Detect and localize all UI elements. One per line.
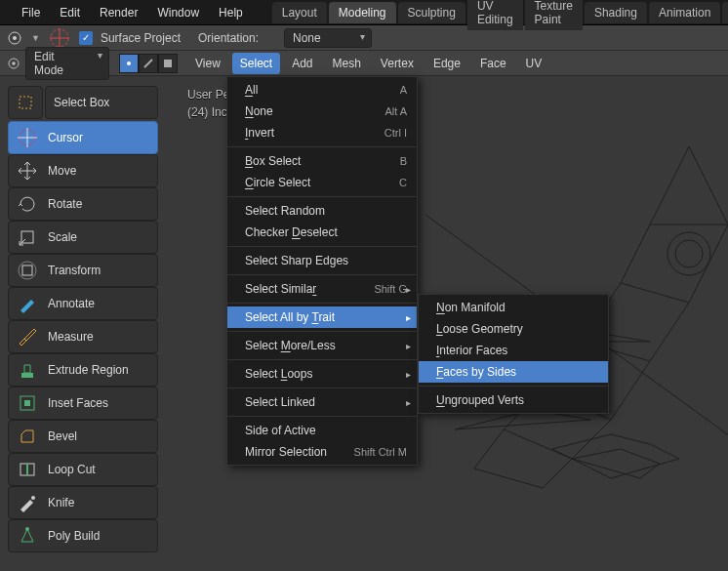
- menu-window[interactable]: Window: [147, 0, 209, 25]
- menu-item-label: Interior Faces: [436, 344, 507, 357]
- tool-measure[interactable]: Measure: [8, 320, 158, 353]
- menu-item-mirror-selection[interactable]: Mirror SelectionShift Ctrl M: [227, 441, 417, 463]
- menu-item-label: Non Manifold: [436, 301, 506, 314]
- menu-separator: [227, 274, 417, 275]
- menu-separator: [227, 196, 417, 197]
- menu-item-select-linked[interactable]: Select Linked: [227, 391, 417, 413]
- tool-label: Extrude Region: [48, 363, 129, 377]
- mode-dropdown[interactable]: Edit Mode: [25, 47, 109, 80]
- tab-animation[interactable]: Animation: [649, 2, 720, 23]
- menu-item-faces-by-sides[interactable]: Faces by Sides: [419, 361, 608, 383]
- header-menu-vertex[interactable]: Vertex: [373, 53, 422, 74]
- menu-item-select-loops[interactable]: Select Loops: [227, 363, 417, 385]
- menu-item-select-random[interactable]: Select Random: [227, 200, 417, 222]
- tab-rendering-cut[interactable]: Re: [722, 2, 728, 23]
- tab-layout[interactable]: Layout: [272, 2, 327, 23]
- menu-item-circle-select[interactable]: Circle SelectC: [227, 172, 417, 193]
- menu-item-none[interactable]: NoneAlt A: [227, 101, 417, 122]
- header-menu-mesh[interactable]: Mesh: [325, 53, 369, 74]
- svg-point-0: [667, 232, 710, 275]
- svg-point-25: [19, 262, 36, 279]
- menu-item-select-sharp-edges[interactable]: Select Sharp Edges: [227, 250, 417, 271]
- menu-item-invert[interactable]: InvertCtrl I: [227, 122, 417, 143]
- svg-point-31: [31, 496, 35, 500]
- svg-rect-15: [164, 60, 172, 67]
- menu-render[interactable]: Render: [90, 0, 147, 25]
- header-menu-edge[interactable]: Edge: [425, 53, 468, 74]
- orientation-dropdown[interactable]: None: [284, 28, 372, 48]
- tool-inset-faces[interactable]: Inset Faces: [8, 387, 158, 420]
- tool-annotate[interactable]: Annotate: [8, 287, 158, 320]
- menu-item-loose-geometry[interactable]: Loose Geometry: [419, 318, 608, 340]
- tool-extrude-region[interactable]: Extrude Region: [8, 353, 158, 387]
- dropdown-caret-icon[interactable]: ▼: [31, 33, 40, 43]
- menu-file[interactable]: File: [12, 0, 50, 25]
- menu-item-label: Select Sharp Edges: [245, 254, 348, 267]
- menu-help[interactable]: Help: [209, 0, 253, 25]
- tab-uv-editing[interactable]: UV Editing: [467, 0, 523, 30]
- tab-sculpting[interactable]: Sculpting: [398, 2, 465, 23]
- menu-edit[interactable]: Edit: [50, 0, 90, 25]
- roll-gizmo-icon[interactable]: [48, 26, 71, 50]
- menu-item-select-all-by-trait[interactable]: Select All by Trait: [227, 306, 417, 328]
- menu-item-label: Select All by Trait: [245, 310, 335, 324]
- rotate-icon: [17, 193, 38, 215]
- tool-scale[interactable]: Scale: [8, 221, 158, 254]
- header-menu-view[interactable]: View: [187, 53, 228, 74]
- menu-shortcut: Shift G: [374, 283, 407, 295]
- tab-texture-paint[interactable]: Texture Paint: [525, 0, 583, 30]
- tool-cursor[interactable]: Cursor: [8, 121, 158, 154]
- menu-item-non-manifold[interactable]: Non Manifold: [419, 297, 608, 318]
- header-menu-add[interactable]: Add: [284, 53, 320, 74]
- menu-separator: [227, 387, 417, 388]
- menu-item-label: Select Similar: [245, 282, 316, 296]
- menu-shortcut: B: [400, 155, 407, 167]
- surface-project-checkbox[interactable]: ✓: [79, 31, 93, 45]
- left-toolbar: Select Box CursorMoveRotateScaleTransfor…: [8, 86, 158, 552]
- tool-bevel[interactable]: Bevel: [8, 420, 158, 453]
- tool-transform[interactable]: Transform: [8, 254, 158, 287]
- menu-item-label: Circle Select: [245, 176, 310, 189]
- face-select-mode[interactable]: [158, 54, 178, 73]
- header-menu-uv[interactable]: UV: [518, 53, 550, 74]
- tool-knife[interactable]: Knife: [8, 486, 158, 519]
- header-menu-select[interactable]: Select: [232, 53, 280, 74]
- knife-icon: [17, 492, 38, 513]
- workspace-tabs: Layout Modeling Sculpting UV Editing Tex…: [272, 0, 728, 30]
- tool-loop-cut[interactable]: Loop Cut: [8, 453, 158, 486]
- menu-separator: [227, 331, 417, 332]
- tool-label: Move: [48, 164, 76, 178]
- header-menu-face[interactable]: Face: [472, 53, 514, 74]
- bevel-icon: [17, 426, 38, 447]
- tool-label: Poly Build: [48, 529, 100, 543]
- menu-item-label: Box Select: [245, 154, 301, 168]
- select-box-tool[interactable]: Select Box: [45, 86, 158, 119]
- tool-label: Inset Faces: [48, 396, 108, 410]
- menu-item-select-more-less[interactable]: Select More/Less: [227, 335, 417, 356]
- svg-rect-24: [22, 265, 32, 275]
- tool-poly-build[interactable]: Poly Build: [8, 519, 158, 552]
- tool-move[interactable]: Move: [8, 154, 158, 187]
- vertex-select-mode[interactable]: [119, 54, 139, 73]
- inset-icon: [17, 392, 38, 414]
- tool-label: Transform: [48, 264, 101, 277]
- editor-type-icon[interactable]: [6, 56, 21, 71]
- tab-shading[interactable]: Shading: [585, 2, 647, 23]
- svg-line-23: [20, 239, 25, 245]
- menu-item-select-similar[interactable]: Select SimilarShift G: [227, 278, 417, 300]
- menu-item-ungrouped-verts[interactable]: Ungrouped Verts: [419, 389, 608, 411]
- edge-select-mode[interactable]: [139, 54, 158, 73]
- menu-item-box-select[interactable]: Box SelectB: [227, 150, 417, 172]
- menu-shortcut: C: [399, 177, 407, 188]
- menu-item-interior-faces[interactable]: Interior Faces: [419, 340, 608, 361]
- menu-item-side-of-active[interactable]: Side of Active: [227, 420, 417, 441]
- menu-separator: [419, 386, 608, 387]
- select-box-tool-icon[interactable]: [8, 86, 43, 119]
- annotate-icon: [17, 293, 38, 314]
- move-icon: [17, 160, 38, 182]
- tool-rotate[interactable]: Rotate: [8, 187, 158, 221]
- menu-item-label: Ungrouped Verts: [436, 393, 524, 407]
- tab-modeling[interactable]: Modeling: [329, 2, 396, 23]
- menu-item-checker-deselect[interactable]: Checker Deselect: [227, 222, 417, 243]
- menu-item-all[interactable]: AllA: [227, 79, 417, 101]
